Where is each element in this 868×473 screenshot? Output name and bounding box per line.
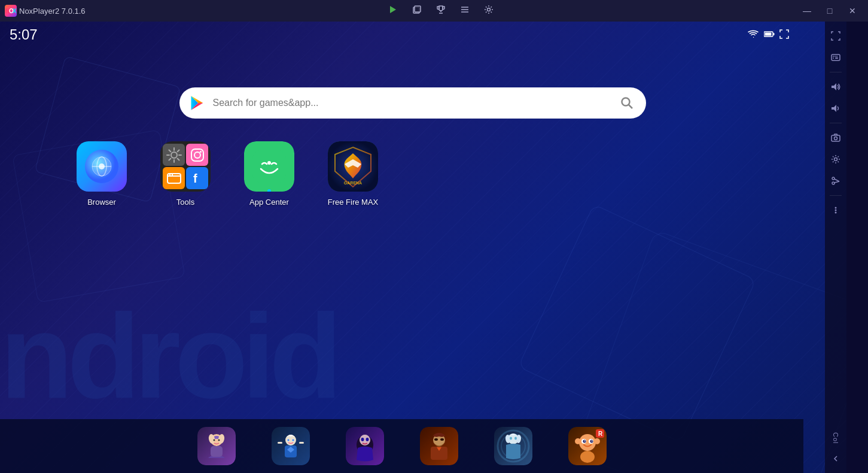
sidebar-scissors[interactable] — [826, 171, 845, 190]
sidebar-settings[interactable] — [826, 150, 845, 169]
svg-point-101 — [835, 210, 837, 211]
svg-point-18 — [622, 98, 629, 106]
sidebar-keyboard[interactable] — [826, 48, 845, 67]
svg-line-99 — [835, 181, 839, 183]
search-button[interactable] — [617, 93, 636, 113]
svg-rect-52 — [299, 442, 304, 444]
svg-point-62 — [440, 438, 444, 441]
google-play-logo — [189, 95, 206, 111]
bottom-dock: R — [0, 419, 803, 473]
svg-point-83 — [575, 438, 581, 444]
searchbar[interactable] — [179, 87, 646, 119]
dock-game3[interactable] — [346, 427, 384, 465]
svg-point-11 — [487, 8, 490, 11]
freefire-icon: GARENA — [328, 141, 378, 192]
content-area: 5:07 — [0, 22, 825, 473]
appcenter-icon — [244, 141, 294, 192]
svg-point-34 — [267, 161, 271, 165]
svg-rect-13 — [773, 33, 775, 35]
freefire-label: Free Fire MAX — [328, 198, 379, 207]
app-logo: N O X NoxPlayer2 7.0.1.6 — [5, 5, 86, 17]
svg-point-84 — [594, 438, 600, 444]
dock-game4[interactable] — [420, 427, 458, 465]
svg-line-98 — [835, 179, 839, 181]
tools-label: Tools — [176, 198, 194, 207]
svg-point-30 — [169, 174, 170, 175]
app-browser[interactable]: Browser — [72, 141, 132, 207]
search-input[interactable] — [213, 98, 610, 108]
sidebar-divider-3 — [830, 195, 842, 196]
app-appcenter[interactable]: App Center — [239, 141, 299, 207]
svg-point-70 — [510, 437, 512, 440]
svg-rect-93 — [832, 135, 840, 141]
dock-game2[interactable] — [272, 427, 310, 465]
svg-rect-26 — [191, 149, 203, 161]
play-button[interactable] — [386, 4, 400, 18]
sidebar-volume-down[interactable] — [826, 99, 845, 118]
svg-line-19 — [629, 105, 632, 108]
svg-point-42 — [213, 439, 215, 441]
menu-button[interactable] — [458, 4, 472, 18]
app-title: NoxPlayer2 7.0.1.6 — [19, 7, 86, 16]
svg-point-97 — [832, 182, 835, 184]
clock: 5:07 — [10, 26, 38, 43]
svg-text:f: f — [193, 172, 197, 185]
emulator-main: ndroid 5:07 — [0, 22, 846, 473]
svg-point-102 — [835, 212, 837, 214]
svg-rect-33 — [252, 150, 286, 183]
appcenter-icon-wrapper — [244, 141, 294, 192]
sidebar-screenshot[interactable] — [826, 128, 845, 147]
titlebar-left: N O X NoxPlayer2 7.0.1.6 — [5, 5, 86, 17]
settings-button[interactable] — [482, 4, 496, 18]
svg-point-71 — [514, 437, 517, 440]
svg-point-27 — [194, 152, 200, 158]
svg-point-82 — [580, 451, 595, 463]
searchbar-container — [179, 87, 646, 119]
appcenter-notification-dot — [267, 189, 271, 192]
app-freefire[interactable]: GARENA Free Fire MAX — [323, 141, 383, 207]
sidebar-col-label: Col — [832, 432, 839, 444]
browser-icon-wrapper — [77, 141, 127, 192]
titlebar: N O X NoxPlayer2 7.0.1.6 — [0, 0, 868, 22]
close-button[interactable]: ✕ — [842, 0, 863, 22]
svg-text:R: R — [598, 430, 603, 437]
tools-sub-settings — [163, 144, 185, 166]
dock-icon-1 — [197, 427, 236, 465]
sidebar-back[interactable] — [826, 449, 845, 468]
trophy-button[interactable] — [434, 4, 448, 18]
svg-rect-5 — [415, 6, 421, 12]
sidebar-more[interactable] — [826, 201, 845, 220]
svg-marker-92 — [832, 105, 836, 112]
svg-text:GARENA: GARENA — [344, 181, 362, 185]
svg-point-47 — [287, 439, 289, 441]
battery-icon — [764, 29, 775, 40]
fullscreen-icon[interactable] — [779, 29, 789, 41]
dock-icon-5 — [494, 427, 532, 465]
svg-rect-51 — [278, 442, 282, 444]
sidebar-fullscreen[interactable] — [826, 26, 845, 46]
svg-point-61 — [434, 438, 438, 441]
svg-point-80 — [584, 441, 585, 442]
tools-sub-facebook: f — [186, 167, 208, 189]
tools-sub-social2 — [163, 167, 185, 189]
android-statusbar: 5:07 — [10, 26, 789, 43]
maximize-button[interactable]: □ — [819, 0, 840, 22]
svg-point-95 — [835, 158, 837, 161]
app-tools[interactable]: f Tools — [156, 141, 215, 207]
appcenter-label: App Center — [249, 198, 289, 207]
sidebar-divider-1 — [830, 72, 842, 72]
sidebar-volume-up[interactable] — [826, 77, 845, 96]
browser-label: Browser — [87, 198, 116, 207]
svg-point-81 — [591, 441, 592, 442]
dock-game6[interactable]: R — [568, 427, 607, 465]
svg-marker-3 — [390, 6, 396, 13]
svg-point-31 — [171, 174, 172, 175]
svg-point-48 — [292, 439, 294, 441]
minimize-button[interactable]: — — [796, 0, 818, 22]
sidebar-divider-2 — [830, 123, 842, 123]
dock-game5[interactable] — [494, 427, 532, 465]
multi-instance-button[interactable] — [410, 4, 424, 18]
dock-game1[interactable] — [197, 427, 236, 465]
browser-icon — [77, 141, 127, 192]
dock-icon-3 — [346, 427, 384, 465]
